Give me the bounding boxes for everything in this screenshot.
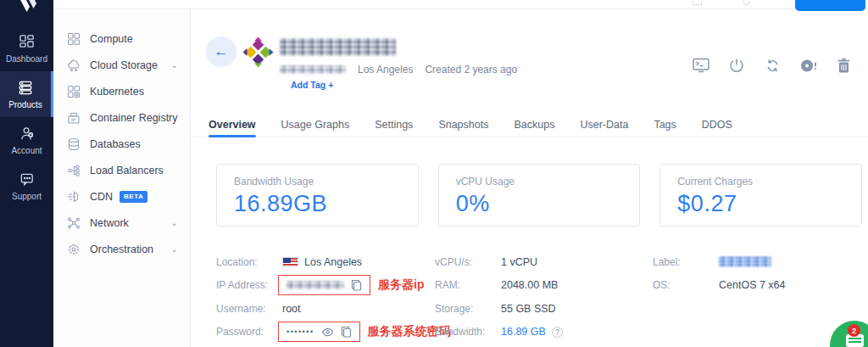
console-icon[interactable]	[692, 56, 710, 75]
sidebar-item-label: Account	[11, 146, 42, 155]
menu-item-compute[interactable]: Compute	[53, 25, 190, 52]
tab-snapshots[interactable]: Snapshots	[438, 112, 488, 137]
menu-item-label: Load Balancers	[90, 165, 164, 176]
help-question-icon[interactable]: ?	[552, 327, 563, 338]
topnav-icon-fragment[interactable]	[693, 1, 702, 5]
username-value: root	[282, 303, 301, 315]
chevron-down-icon: ⌄	[171, 218, 178, 227]
copy-icon[interactable]	[351, 279, 362, 291]
show-password-eye-icon[interactable]	[321, 327, 334, 337]
label-label: Label:	[653, 256, 719, 268]
chevron-down-icon: ⌄	[171, 60, 178, 70]
tab-backups[interactable]: Backups	[514, 112, 554, 137]
current-charges-card: Current Charges $0.27	[659, 164, 862, 227]
account-icon	[19, 126, 36, 142]
add-tag-link[interactable]: Add Tag +	[291, 80, 333, 90]
menu-item-kubernetes[interactable]: Kubernetes	[53, 78, 190, 104]
server-details: Location: Los Angeles IP Address:	[191, 250, 868, 347]
sidebar-item-account[interactable]: Account	[0, 117, 53, 163]
cdn-icon	[66, 189, 81, 204]
vultr-logo-icon	[14, 0, 40, 17]
compute-icon	[66, 31, 81, 46]
details-column-meta: Label: OS: CentOS 7 x64	[653, 250, 786, 297]
details-column-specs: vCPU/s: 1 vCPU RAM: 2048.00 MB Storage: …	[435, 250, 563, 344]
username-row: Username: root	[216, 297, 451, 321]
topnav-user-icon-fragment[interactable]	[743, 1, 749, 5]
tab-bar: Overview Usage Graphs Settings Snapshots…	[191, 112, 868, 137]
server-meta: Los Angeles Created 2 years ago	[280, 64, 517, 76]
location-row: Location: Los Angeles	[216, 250, 451, 274]
ram-value: 2048.00 MB	[501, 279, 558, 291]
bandwidth-label: Bandwidth:	[435, 326, 501, 338]
bandwidth-row: Bandwidth: 16.89 GB ?	[435, 321, 563, 344]
menu-item-cloud-storage[interactable]: Cloud Storage ⌄	[53, 52, 190, 78]
storage-value: 55 GB SSD	[501, 303, 556, 315]
bandwidth-usage-card: Bandwidth Usage 16.89GB	[216, 164, 419, 227]
menu-item-network[interactable]: Network ⌄	[53, 210, 190, 236]
kubernetes-icon	[66, 84, 81, 98]
reinstall-icon[interactable]	[763, 56, 782, 75]
bandwidth-value[interactable]: 16.89 GB	[501, 326, 546, 338]
os-row: OS: CentOS 7 x64	[653, 274, 786, 298]
menu-item-label: CDN	[90, 191, 113, 203]
menu-item-load-balancers[interactable]: Load Balancers	[53, 157, 190, 183]
centos-logo-icon	[242, 36, 274, 68]
tab-tags[interactable]: Tags	[654, 112, 676, 137]
menu-item-label: Orchestration	[90, 243, 153, 255]
storage-row: Storage: 55 GB SSD	[435, 297, 563, 321]
password-value: •••••••	[287, 327, 314, 336]
products-icon	[17, 80, 34, 96]
tab-ddos[interactable]: DDOS	[702, 112, 732, 137]
tab-settings[interactable]: Settings	[375, 112, 413, 137]
menu-item-label: Compute	[90, 33, 133, 45]
destroy-icon[interactable]	[834, 56, 853, 75]
sidebar-item-support[interactable]: Support	[0, 163, 53, 209]
sidebar-item-label: Products	[8, 100, 42, 109]
menu-item-cdn[interactable]: CDN BETA	[53, 183, 190, 210]
ip-address-label: IP Address:	[216, 279, 282, 291]
vultr-logo[interactable]	[0, 0, 53, 19]
copy-icon[interactable]	[341, 326, 352, 338]
stat-cards: Bandwidth Usage 16.89GB vCPU Usage 0% Cu…	[216, 164, 862, 227]
deploy-button[interactable]	[795, 0, 865, 11]
power-icon[interactable]	[727, 56, 746, 75]
label-value-redacted	[719, 256, 771, 267]
tab-overview[interactable]: Overview	[209, 112, 256, 137]
vcpu-usage-card: vCPU Usage 0%	[438, 164, 641, 227]
server-plan-redacted	[280, 65, 346, 74]
storage-label: Storage:	[435, 303, 501, 315]
menu-item-databases[interactable]: Databases	[53, 131, 190, 157]
network-icon	[66, 215, 81, 230]
details-column-access: Location: Los Angeles IP Address:	[216, 250, 451, 344]
products-submenu: Compute Cloud Storage ⌄ Kubernetes	[53, 0, 191, 347]
menu-item-orchestration[interactable]: Orchestration ⌄	[53, 236, 190, 262]
sidebar-item-dashboard[interactable]: Dashboard	[0, 25, 53, 71]
ip-address-redacted	[287, 281, 344, 289]
server-created: Created 2 years ago	[425, 64, 517, 76]
menu-item-container-registry[interactable]: Container Registry	[53, 104, 190, 131]
menu-item-label: Kubernetes	[90, 86, 144, 98]
menu-item-label: Databases	[90, 138, 141, 150]
menu-item-label: Network	[90, 217, 129, 229]
card-value: 16.89GB	[234, 191, 401, 217]
chevron-down-icon: ⌄	[171, 244, 178, 254]
dashboard-icon	[19, 34, 35, 50]
sidebar-item-label: Support	[12, 192, 42, 201]
iso-icon[interactable]	[798, 56, 817, 75]
tab-user-data[interactable]: User-Data	[580, 112, 628, 137]
location-label: Location:	[216, 256, 282, 268]
location-value: Los Angeles	[304, 256, 362, 268]
tab-usage-graphs[interactable]: Usage Graphs	[281, 112, 350, 137]
container-registry-icon	[66, 110, 81, 125]
ram-row: RAM: 2048.00 MB	[435, 274, 563, 298]
ip-annotation-box	[278, 275, 370, 295]
vcpu-value: 1 vCPU	[501, 256, 537, 268]
sidebar-item-products[interactable]: Products	[0, 71, 53, 117]
back-button[interactable]: ←	[206, 36, 236, 67]
sidebar-item-label: Dashboard	[6, 54, 47, 64]
card-label: vCPU Usage	[456, 176, 623, 187]
server-actions	[692, 56, 853, 75]
menu-item-label: Cloud Storage	[90, 59, 158, 71]
card-label: Bandwidth Usage	[234, 176, 401, 187]
os-value: CentOS 7 x64	[719, 279, 786, 291]
